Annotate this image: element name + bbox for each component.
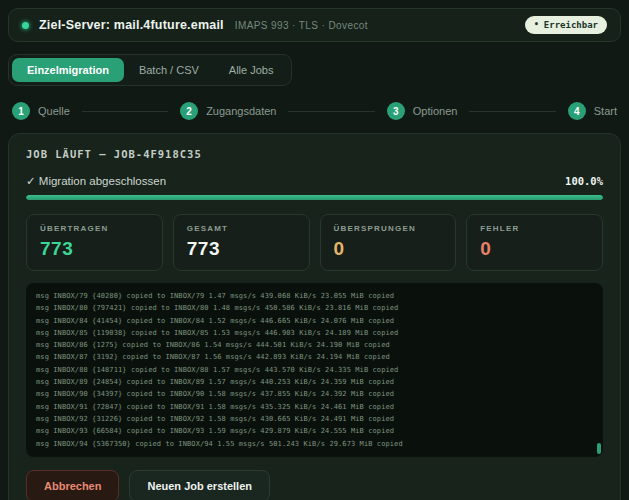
wizard-stepper: 1 Quelle 2 Zugangsdaten 3 Optionen 4 Sta… xyxy=(8,102,621,120)
reachable-status-badge: • Erreichbar xyxy=(525,16,607,34)
step-4-label: Start xyxy=(594,105,617,117)
step-3-label: Optionen xyxy=(413,105,458,117)
log-line: msg INBOX/84 {41454} copied to INBOX/84 … xyxy=(36,315,593,327)
stat-value-errors: 0 xyxy=(480,238,589,260)
stat-value-total: 773 xyxy=(187,238,296,260)
step-connector xyxy=(288,111,374,112)
badge-dot-icon: • xyxy=(534,21,539,29)
progress-bar-fill xyxy=(26,195,603,200)
server-status-dot-icon xyxy=(22,22,29,29)
stat-card-uebertragen: ÜBERTRAGEN 773 xyxy=(26,214,163,271)
tabs-container: Einzelmigration Batch / CSV Alle Jobs xyxy=(8,54,292,86)
step-1-circle: 1 xyxy=(12,102,30,120)
log-line: msg INBOX/85 {119038} copied to INBOX/85… xyxy=(36,327,593,339)
step-zugangsdaten: 2 Zugangsdaten xyxy=(180,102,276,120)
page: Ziel-Server: mail.4future.email IMAPS 99… xyxy=(0,0,629,500)
progress-row: ✓ Migration abgeschlossen 100.0% xyxy=(26,174,603,188)
stat-value-transferred: 773 xyxy=(40,238,149,260)
tab-einzelmigration[interactable]: Einzelmigration xyxy=(12,58,124,82)
progress-bar-track xyxy=(26,195,603,200)
step-connector xyxy=(82,111,168,112)
stat-card-gesamt: GESAMT 773 xyxy=(173,214,310,271)
stat-card-fehler: FEHLER 0 xyxy=(466,214,603,271)
cancel-button[interactable]: Abbrechen xyxy=(26,470,119,500)
server-subtitle: IMAPS 993 · TLS · Dovecot xyxy=(235,20,368,31)
step-optionen: 3 Optionen xyxy=(387,102,458,120)
step-2-circle: 2 xyxy=(180,102,198,120)
step-1-label: Quelle xyxy=(38,105,70,117)
log-line: msg INBOX/86 {1275} copied to INBOX/86 1… xyxy=(36,339,593,351)
log-line: msg INBOX/89 {24854} copied to INBOX/89 … xyxy=(36,376,593,388)
tabbar: Einzelmigration Batch / CSV Alle Jobs xyxy=(8,54,621,86)
job-panel: JOB LÄUFT — JOB-4F918C35 ✓ Migration abg… xyxy=(8,133,621,500)
actions-row: Abbrechen Neuen Job erstellen xyxy=(26,470,603,500)
log-line: msg INBOX/94 {5367350} copied to INBOX/9… xyxy=(36,438,593,450)
step-3-circle: 3 xyxy=(387,102,405,120)
log-line: msg INBOX/91 {72847} copied to INBOX/91 … xyxy=(36,401,593,413)
step-start: 4 Start xyxy=(568,102,617,120)
tab-alle-jobs[interactable]: Alle Jobs xyxy=(214,58,289,82)
stat-label: GESAMT xyxy=(187,224,296,233)
console-scrollbar-thumb[interactable] xyxy=(597,443,601,454)
log-console[interactable]: msg INBOX/79 {40280} copied to INBOX/79 … xyxy=(26,283,603,457)
stat-value-skipped: 0 xyxy=(334,238,443,260)
progress-status-text: ✓ Migration abgeschlossen xyxy=(26,174,166,188)
step-4-circle: 4 xyxy=(568,102,586,120)
log-line: msg INBOX/87 {3192} copied to INBOX/87 1… xyxy=(36,351,593,363)
progress-percentage: 100.0% xyxy=(565,175,603,187)
step-quelle: 1 Quelle xyxy=(12,102,70,120)
stat-label: ÜBERTRAGEN xyxy=(40,224,149,233)
step-2-label: Zugangsdaten xyxy=(206,105,276,117)
target-server-card: Ziel-Server: mail.4future.email IMAPS 99… xyxy=(8,8,621,42)
log-line: msg INBOX/80 {797421} copied to INBOX/80… xyxy=(36,302,593,314)
log-line: msg INBOX/90 {34397} copied to INBOX/90 … xyxy=(36,388,593,400)
log-line: msg INBOX/92 {31226} copied to INBOX/92 … xyxy=(36,413,593,425)
server-title: Ziel-Server: mail.4future.email xyxy=(39,18,224,32)
stats-row: ÜBERTRAGEN 773 GESAMT 773 ÜBERSPRUNGEN 0… xyxy=(26,214,603,271)
log-line: msg INBOX/79 {40280} copied to INBOX/79 … xyxy=(36,290,593,302)
step-connector xyxy=(469,111,555,112)
badge-label: Erreichbar xyxy=(544,20,598,30)
log-line: msg INBOX/88 {148711} copied to INBOX/88… xyxy=(36,364,593,376)
new-job-button[interactable]: Neuen Job erstellen xyxy=(129,470,270,500)
tab-batch-csv[interactable]: Batch / CSV xyxy=(124,58,214,82)
log-line: msg INBOX/93 {66584} copied to INBOX/93 … xyxy=(36,425,593,437)
job-title: JOB LÄUFT — JOB-4F918C35 xyxy=(26,148,603,160)
stat-card-uebersprungen: ÜBERSPRUNGEN 0 xyxy=(320,214,457,271)
stat-label: ÜBERSPRUNGEN xyxy=(334,224,443,233)
stat-label: FEHLER xyxy=(480,224,589,233)
